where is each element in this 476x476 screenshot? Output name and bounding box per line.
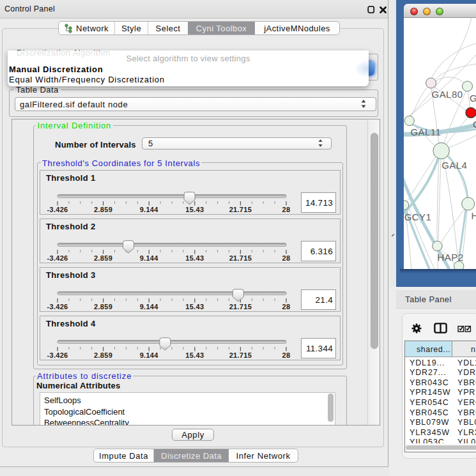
svg-text:2.859: 2.859 xyxy=(94,254,112,262)
svg-text:GAL11: GAL11 xyxy=(410,127,441,137)
svg-text:-3.426: -3.426 xyxy=(47,303,68,311)
svg-text:HAP2: HAP2 xyxy=(438,252,464,263)
svg-text:15.43: 15.43 xyxy=(185,254,204,262)
svg-text:9.144: 9.144 xyxy=(140,303,159,311)
svg-text:H: H xyxy=(472,210,476,221)
svg-text:28: 28 xyxy=(282,206,291,213)
svg-text:GAL80: GAL80 xyxy=(432,89,463,100)
svg-text:15.43: 15.43 xyxy=(185,303,204,311)
svg-text:2.859: 2.859 xyxy=(94,303,112,311)
svg-text:GAL4: GAL4 xyxy=(441,160,467,171)
svg-text:21.715: 21.715 xyxy=(229,254,252,262)
svg-text:21.715: 21.715 xyxy=(229,303,252,311)
svg-text:GCY1: GCY1 xyxy=(404,211,432,222)
svg-text:-3.426: -3.426 xyxy=(47,254,68,262)
svg-text:15.43: 15.43 xyxy=(185,206,204,213)
svg-text:15.43: 15.43 xyxy=(185,351,204,359)
svg-text:28: 28 xyxy=(282,351,291,359)
svg-text:21.715: 21.715 xyxy=(229,206,252,213)
svg-text:28: 28 xyxy=(282,254,291,262)
svg-text:-3.426: -3.426 xyxy=(47,351,68,359)
svg-text:9.144: 9.144 xyxy=(140,206,159,213)
svg-text:9.144: 9.144 xyxy=(140,254,159,262)
svg-text:21.715: 21.715 xyxy=(229,351,252,359)
svg-text:28: 28 xyxy=(282,303,291,311)
svg-text:2.859: 2.859 xyxy=(94,206,112,213)
svg-text:GA: GA xyxy=(470,93,476,104)
svg-text:9.144: 9.144 xyxy=(140,351,159,359)
svg-text:C: C xyxy=(473,119,476,130)
svg-text:-3.426: -3.426 xyxy=(47,206,68,213)
svg-text:2.859: 2.859 xyxy=(94,351,112,359)
